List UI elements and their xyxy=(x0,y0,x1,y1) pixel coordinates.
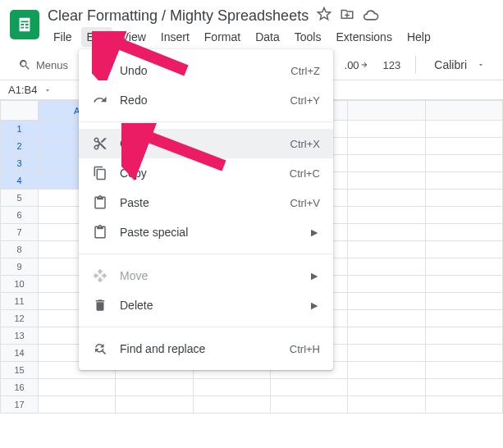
row-header[interactable]: 9 xyxy=(1,258,39,276)
cell[interactable] xyxy=(348,224,425,241)
row-header[interactable]: 5 xyxy=(1,190,39,207)
row-header[interactable]: 10 xyxy=(1,276,39,293)
menu-item-copy[interactable]: Copy Ctrl+C xyxy=(79,158,333,188)
app-header: Clear Formatting / Mighty Spreadsheets F… xyxy=(0,0,503,47)
cell[interactable] xyxy=(425,155,502,172)
font-selector[interactable]: Calibri xyxy=(426,57,493,73)
cell[interactable] xyxy=(348,155,425,172)
row-header[interactable]: 11 xyxy=(1,293,39,310)
cell[interactable] xyxy=(348,121,425,138)
paste-icon xyxy=(92,194,108,211)
menu-view[interactable]: View xyxy=(116,27,152,47)
cell[interactable] xyxy=(271,379,348,396)
menu-item-paste[interactable]: Paste Ctrl+V xyxy=(79,188,333,217)
menus-search[interactable]: Menus xyxy=(10,55,76,75)
cell[interactable] xyxy=(425,172,502,190)
menu-item-shortcut: Ctrl+Y xyxy=(290,94,320,107)
cell[interactable] xyxy=(425,310,502,327)
menu-file[interactable]: File xyxy=(48,27,78,47)
menu-item-redo[interactable]: Redo Ctrl+Y xyxy=(79,85,333,115)
cell[interactable] xyxy=(348,293,425,310)
row-header[interactable]: 14 xyxy=(1,345,39,362)
menu-help[interactable]: Help xyxy=(401,27,437,47)
cell[interactable] xyxy=(193,379,270,396)
cell[interactable] xyxy=(193,396,270,414)
paste-special-icon xyxy=(92,224,108,240)
row-header[interactable]: 4 xyxy=(1,172,39,190)
cell[interactable] xyxy=(271,396,348,414)
row-header[interactable]: 7 xyxy=(1,224,39,241)
cell[interactable] xyxy=(425,362,502,379)
menu-item-label: Copy xyxy=(120,167,290,180)
cell[interactable] xyxy=(425,345,502,362)
cell[interactable] xyxy=(348,396,425,414)
cell[interactable] xyxy=(348,258,425,276)
row-header[interactable]: 17 xyxy=(1,396,39,414)
cell[interactable] xyxy=(425,241,502,258)
cell[interactable] xyxy=(348,138,425,155)
menu-item-label: Cut xyxy=(120,137,290,150)
row-header[interactable]: 6 xyxy=(1,207,39,224)
submenu-arrow-icon: ► xyxy=(309,269,320,282)
cell[interactable] xyxy=(425,190,502,207)
row-header[interactable]: 8 xyxy=(1,241,39,258)
cell[interactable] xyxy=(39,379,116,396)
cell[interactable] xyxy=(348,172,425,190)
menu-data[interactable]: Data xyxy=(249,27,286,47)
cell[interactable] xyxy=(348,327,425,345)
row-header[interactable]: 12 xyxy=(1,310,39,327)
menu-tools[interactable]: Tools xyxy=(289,27,327,47)
cell[interactable] xyxy=(425,327,502,345)
cell[interactable] xyxy=(348,362,425,379)
row-header[interactable]: 2 xyxy=(1,138,39,155)
name-box[interactable]: A1:B4 xyxy=(8,84,66,96)
cell[interactable] xyxy=(425,121,502,138)
menu-item-delete[interactable]: Delete ► xyxy=(79,290,333,320)
row-header[interactable]: 3 xyxy=(1,155,39,172)
cell[interactable] xyxy=(425,258,502,276)
cell[interactable] xyxy=(348,379,425,396)
menu-item-find-replace[interactable]: Find and replace Ctrl+H xyxy=(79,334,333,363)
cell[interactable] xyxy=(348,207,425,224)
increase-decimal-button[interactable]: .00 xyxy=(340,56,373,75)
cloud-icon[interactable] xyxy=(363,7,379,25)
cell[interactable] xyxy=(425,224,502,241)
column-header[interactable] xyxy=(348,101,425,121)
cell[interactable] xyxy=(348,276,425,293)
cell[interactable] xyxy=(425,276,502,293)
menu-item-undo[interactable]: Undo Ctrl+Z xyxy=(79,56,333,85)
move-icon[interactable] xyxy=(340,7,354,25)
star-icon[interactable] xyxy=(317,7,332,25)
cell[interactable] xyxy=(348,241,425,258)
cell[interactable] xyxy=(425,138,502,155)
row-header[interactable]: 16 xyxy=(1,379,39,396)
cell[interactable] xyxy=(425,379,502,396)
cell[interactable] xyxy=(348,190,425,207)
menu-item-paste-special[interactable]: Paste special ► xyxy=(79,217,333,247)
column-header[interactable] xyxy=(425,101,502,121)
cell[interactable] xyxy=(116,379,193,396)
cell[interactable] xyxy=(348,310,425,327)
cell[interactable] xyxy=(116,396,193,414)
menu-extensions[interactable]: Extensions xyxy=(330,27,397,47)
row-header[interactable]: 15 xyxy=(1,362,39,379)
cell[interactable] xyxy=(348,345,425,362)
menu-item-cut[interactable]: Cut Ctrl+X xyxy=(79,129,333,158)
cell[interactable] xyxy=(425,207,502,224)
menu-format[interactable]: Format xyxy=(199,27,246,47)
copy-icon xyxy=(92,165,108,181)
menu-edit[interactable]: Edit xyxy=(81,27,112,47)
cell[interactable] xyxy=(425,396,502,414)
row-header[interactable]: 1 xyxy=(1,121,39,138)
edit-menu-dropdown: Undo Ctrl+Z Redo Ctrl+Y Cut Ctrl+X Copy … xyxy=(79,49,333,370)
font-name: Calibri xyxy=(434,58,467,71)
menu-insert[interactable]: Insert xyxy=(155,27,195,47)
menu-item-shortcut: Ctrl+C xyxy=(290,167,320,180)
cell[interactable] xyxy=(39,396,116,414)
row-header[interactable]: 13 xyxy=(1,327,39,345)
document-title[interactable]: Clear Formatting / Mighty Spreadsheets xyxy=(48,7,309,25)
cell[interactable] xyxy=(425,293,502,310)
format-number-button[interactable]: 123 xyxy=(378,56,406,75)
select-all-corner[interactable] xyxy=(1,101,39,121)
undo-icon xyxy=(92,62,108,79)
